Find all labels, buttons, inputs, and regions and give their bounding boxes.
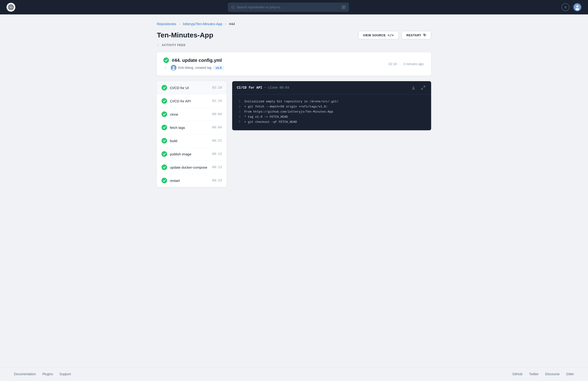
search-icon bbox=[231, 5, 235, 9]
build-meta: Kirk-Wang created tag v1.0 bbox=[163, 65, 224, 70]
stage-item[interactable]: build00:21 bbox=[157, 134, 227, 147]
footer-left-link[interactable]: Plugins bbox=[42, 372, 53, 376]
build-card-right: 02:18 · 3 minutes ago bbox=[388, 62, 425, 66]
footer-right-link[interactable]: Discourse bbox=[545, 372, 560, 376]
page-title: Ten-Minutes-App bbox=[157, 31, 213, 39]
stage-name: publish image bbox=[170, 152, 191, 156]
app-logo[interactable] bbox=[6, 3, 15, 12]
restart-button[interactable]: RESTART ↻ bbox=[402, 31, 431, 39]
search-kbd-hint: / bbox=[341, 5, 346, 9]
pipeline-area: CI/CD for UI02:18CI/CD for API01:18clone… bbox=[157, 81, 431, 187]
stage-name: restart bbox=[170, 179, 180, 183]
log-header: CI/CD for API − clone 00:04 bbox=[232, 81, 431, 94]
log-line-text: + git checkout -qf FETCH_HEAD bbox=[244, 120, 297, 125]
stage-item-left: build bbox=[162, 138, 177, 143]
log-title: CI/CD for API − clone 00:04 bbox=[237, 86, 289, 90]
log-line-text: + git fetch --depth=50 origin +refs/tags… bbox=[244, 104, 328, 109]
stage-name: update docker-compose bbox=[170, 165, 207, 169]
activity-feed-link[interactable]: ← ACTIVITY FEED bbox=[157, 44, 431, 47]
stage-item[interactable]: publish image00:12 bbox=[157, 147, 227, 161]
stage-item[interactable]: CI/CD for UI02:18 bbox=[157, 81, 227, 94]
log-command: clone bbox=[268, 86, 278, 90]
build-card: #44. update config.yml Kirk-Wang creat bbox=[157, 52, 431, 76]
breadcrumb-current: #44 bbox=[229, 22, 235, 26]
main-content: Repositories → lotteryjs/Ten-Minutes-App… bbox=[143, 14, 445, 367]
stage-name: clone bbox=[170, 112, 178, 116]
stage-item[interactable]: clone00:04 bbox=[157, 108, 227, 121]
build-time-separator: · bbox=[399, 62, 401, 66]
build-title: #44. update config.yml bbox=[172, 58, 222, 63]
stage-time: 01:18 bbox=[212, 99, 222, 103]
stage-time: 00:04 bbox=[212, 112, 222, 116]
search-bar[interactable]: / bbox=[228, 3, 349, 12]
log-body: 1Initialized empty Git repository in /dr… bbox=[232, 94, 431, 130]
stage-name: build bbox=[170, 139, 177, 143]
svg-line-8 bbox=[233, 8, 234, 9]
build-card-left: #44. update config.yml Kirk-Wang creat bbox=[163, 57, 224, 70]
download-icon bbox=[411, 85, 416, 90]
stage-time: 00:13 bbox=[212, 165, 222, 169]
stage-name: CI/CD for API bbox=[170, 99, 191, 103]
header-right: 0 bbox=[562, 3, 582, 11]
log-line: 5+ git checkout -qf FETCH_HEAD bbox=[237, 120, 426, 125]
back-arrow-icon: ← bbox=[157, 44, 160, 47]
view-source-button[interactable]: VIEW SOURCE </> bbox=[358, 31, 399, 39]
footer-right-link[interactable]: Gitter bbox=[566, 372, 574, 376]
build-author: Kirk-Wang bbox=[178, 66, 193, 69]
breadcrumb-arrow-2: → bbox=[224, 22, 227, 25]
breadcrumb-arrow-1: → bbox=[178, 22, 181, 25]
footer-right-link[interactable]: GitHub bbox=[512, 372, 523, 376]
svg-point-10 bbox=[576, 5, 578, 7]
stage-time: 00:04 bbox=[212, 126, 222, 129]
stage-item-left: update docker-compose bbox=[162, 164, 207, 170]
footer-right-link[interactable]: Twitter bbox=[529, 372, 539, 376]
title-actions: VIEW SOURCE </> RESTART ↻ bbox=[358, 31, 431, 39]
stage-item[interactable]: fetch tags00:04 bbox=[157, 121, 227, 134]
footer-left: DocumentationPluginsSupport bbox=[14, 372, 71, 376]
stage-check-icon bbox=[162, 164, 167, 170]
log-download-button[interactable] bbox=[410, 85, 417, 91]
footer-left-link[interactable]: Documentation bbox=[14, 372, 36, 376]
stage-check-icon bbox=[162, 125, 167, 130]
log-line: 4* tag v1.0 -> FETCH_HEAD bbox=[237, 114, 426, 120]
breadcrumb: Repositories → lotteryjs/Ten-Minutes-App… bbox=[157, 22, 431, 26]
log-expand-button[interactable] bbox=[420, 85, 426, 91]
stage-check-icon bbox=[162, 151, 167, 157]
notification-badge[interactable]: 0 bbox=[562, 3, 569, 11]
stage-check-icon bbox=[162, 112, 167, 117]
stage-time: 00:21 bbox=[212, 139, 222, 143]
stage-item[interactable]: restart00:23 bbox=[157, 174, 227, 187]
stage-check-icon bbox=[162, 98, 167, 104]
user-avatar[interactable] bbox=[573, 3, 582, 11]
log-line-number: 3 bbox=[237, 109, 241, 114]
activity-feed-label: ACTIVITY FEED bbox=[162, 44, 186, 47]
stage-time: 02:18 bbox=[212, 86, 222, 90]
breadcrumb-repo[interactable]: lotteryjs/Ten-Minutes-App bbox=[183, 22, 222, 26]
view-source-label: VIEW SOURCE bbox=[363, 33, 386, 37]
expand-icon bbox=[421, 85, 425, 90]
stage-item[interactable]: CI/CD for API01:18 bbox=[157, 94, 227, 108]
stage-item-left: fetch tags bbox=[162, 125, 185, 130]
stage-item-left: CI/CD for API bbox=[162, 98, 191, 104]
log-line-number: 2 bbox=[237, 104, 241, 109]
log-line: 2+ git fetch --depth=50 origin +refs/tag… bbox=[237, 104, 426, 109]
build-tag[interactable]: v1.0 bbox=[213, 66, 224, 70]
stage-name: CI/CD for UI bbox=[170, 86, 189, 90]
breadcrumb-repositories[interactable]: Repositories bbox=[157, 22, 176, 26]
build-time: 02:18 bbox=[389, 62, 397, 66]
meta-indent bbox=[164, 66, 169, 69]
meta-curve-icon bbox=[164, 66, 168, 69]
build-title-row: #44. update config.yml bbox=[163, 57, 224, 63]
stage-item-left: clone bbox=[162, 112, 178, 117]
stage-item-left: publish image bbox=[162, 151, 191, 157]
stage-time: 00:12 bbox=[212, 152, 222, 156]
stage-check-icon bbox=[162, 138, 167, 143]
stage-check-icon bbox=[162, 178, 167, 183]
build-relative-time: 3 minutes ago bbox=[403, 62, 424, 66]
search-input[interactable] bbox=[237, 5, 339, 9]
stage-time: 00:23 bbox=[212, 179, 222, 182]
stage-item[interactable]: update docker-compose00:13 bbox=[157, 161, 227, 174]
log-separator: − bbox=[264, 86, 266, 90]
footer-left-link[interactable]: Support bbox=[60, 372, 71, 376]
log-line-text: Initialized empty Git repository in /dro… bbox=[244, 99, 339, 104]
